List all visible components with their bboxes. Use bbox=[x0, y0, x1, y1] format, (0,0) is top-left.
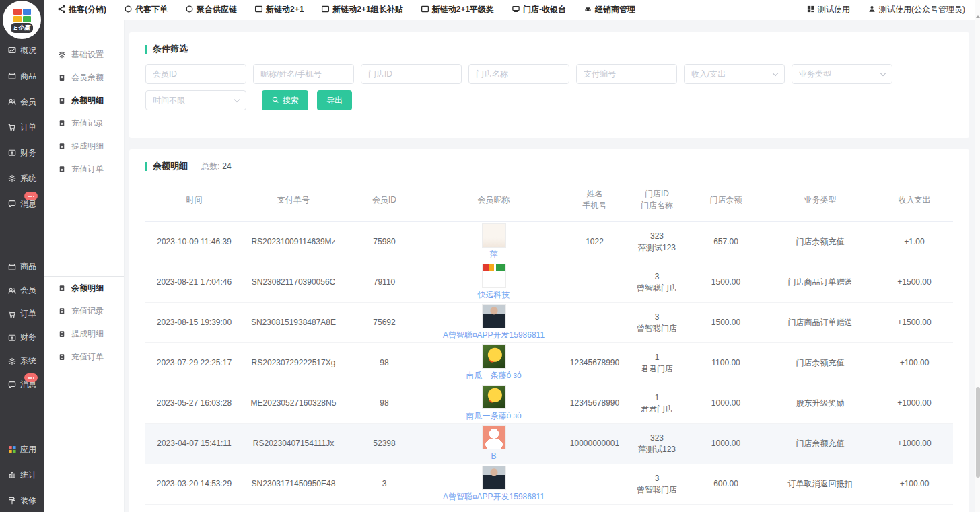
cell-phone: 1022 bbox=[563, 222, 627, 262]
total-label: 总数: bbox=[201, 161, 219, 171]
member-avatar[interactable] bbox=[482, 344, 506, 369]
filter-input-nickname-name-phone[interactable] bbox=[253, 64, 354, 84]
cell-phone: 12345678990 bbox=[563, 383, 627, 424]
cell-phone: 10000000001 bbox=[563, 424, 627, 464]
sidebar-item-member[interactable]: 会员 bbox=[0, 279, 44, 302]
filter-select-biz-type[interactable]: 业务类型 bbox=[792, 64, 893, 84]
chevron-down-icon bbox=[234, 96, 240, 102]
topnav-label: 代客下单 bbox=[135, 4, 168, 15]
sidebar-item-goods[interactable]: 商品 bbox=[0, 63, 44, 89]
submenu-item-balance-detail[interactable]: 余额明细 bbox=[44, 277, 124, 299]
cell-biz-type: 订单取消返回抵扣 bbox=[765, 464, 876, 505]
cell-biz-type: 门店商品订单赠送 bbox=[765, 262, 876, 303]
member-avatar[interactable] bbox=[482, 466, 506, 490]
cell-phone bbox=[563, 303, 627, 343]
topbar-nav: 推客(分销)代客下单聚合供应链新链动2+1新链动2+1组长补贴新链动2+1平级奖… bbox=[44, 4, 635, 15]
member-nickname-link[interactable]: 快远科技 bbox=[478, 289, 510, 301]
column-header-4: 姓名手机号 bbox=[563, 180, 627, 222]
sidebar-item-order[interactable]: 订单 bbox=[0, 114, 44, 140]
member-nickname-link[interactable]: 南瓜一条藤ό зό bbox=[466, 370, 521, 381]
topnav-item-agent-order[interactable]: 代客下单 bbox=[124, 4, 168, 15]
cell-amount: +1500.00 bbox=[876, 262, 953, 303]
filter-input-member-id[interactable] bbox=[145, 64, 246, 84]
cell-member-id: 98 bbox=[344, 343, 425, 383]
topnav-label: 推客(分销) bbox=[69, 4, 106, 15]
topnav-item-chain-2plus1[interactable]: 新链动2+1 bbox=[254, 4, 304, 15]
member-nickname-link[interactable]: 南瓜一条藤ό зό bbox=[466, 410, 521, 422]
member-nickname-link[interactable]: B bbox=[491, 451, 496, 462]
cell-member-id: 75980 bbox=[344, 222, 425, 262]
submenu-item-commission-detail[interactable]: 提成明细 bbox=[44, 322, 124, 345]
sidebar-item-apps[interactable]: 应用 bbox=[0, 437, 44, 462]
cell-amount bbox=[876, 505, 953, 512]
member-nickname-link[interactable]: 萍 bbox=[490, 249, 498, 260]
member-nickname-link[interactable]: A曾智聪¤APP开发15986811 bbox=[443, 491, 545, 503]
topbar-test-use[interactable]: 测试使用 bbox=[806, 4, 850, 15]
scroll-up-icon[interactable] bbox=[976, 15, 980, 18]
cell-time: 2023-07-29 22:25:17 bbox=[145, 343, 243, 383]
table-section-title: 余额明细 总数:24 bbox=[129, 149, 969, 172]
cell-time: 2023-05-27 16:03:28 bbox=[145, 383, 243, 424]
submenu-item-member-balance[interactable]: 会员余额 bbox=[44, 66, 124, 89]
filter-input-store-name[interactable] bbox=[468, 64, 569, 84]
member-avatar[interactable] bbox=[482, 223, 506, 248]
goods-icon bbox=[7, 71, 17, 81]
topnav-item-chain-2plus1-leader-subsidy[interactable]: 新链动2+1组长补贴 bbox=[321, 4, 403, 15]
member-nickname-link[interactable]: A曾智聪¤APP开发15986811 bbox=[443, 330, 545, 341]
filter-select-time-range[interactable]: 时间不限 bbox=[145, 90, 246, 110]
store-name: 曾智聪门店 bbox=[637, 324, 677, 333]
submenu-item-recharge-record[interactable]: 充值记录 bbox=[44, 112, 124, 135]
cell-balance: 1500.00 bbox=[687, 262, 765, 303]
store-name: 萍测试123 bbox=[638, 243, 676, 252]
app-logo[interactable]: E企赢 bbox=[3, 1, 41, 39]
circle-icon bbox=[185, 5, 194, 15]
sidebar-item-message[interactable]: 消息 bbox=[0, 191, 44, 217]
topnav-item-supply-chain[interactable]: 聚合供应链 bbox=[185, 4, 237, 15]
submenu-item-basic-settings[interactable]: 基础设置 bbox=[44, 43, 124, 66]
submenu-item-recharge-record[interactable]: 充值记录 bbox=[44, 299, 124, 322]
member-avatar[interactable] bbox=[482, 425, 506, 449]
filter-input-store-id[interactable] bbox=[361, 64, 462, 84]
submenu-label: 提成明细 bbox=[71, 141, 104, 152]
submenu-item-recharge-order[interactable]: 充值订单 bbox=[44, 345, 124, 368]
cell-member-id: 98 bbox=[344, 383, 425, 424]
sidebar-item-message[interactable]: 消息 bbox=[0, 373, 44, 396]
export-button[interactable]: 导出 bbox=[317, 90, 352, 110]
sidebar-item-overview[interactable]: 概况 bbox=[0, 38, 44, 63]
topnav-item-store-cashier[interactable]: 门店-收银台 bbox=[512, 4, 566, 15]
search-button[interactable]: 搜索 bbox=[262, 90, 308, 110]
table-row: 2023-08-15 19:39:00SN2308151938487A8E756… bbox=[145, 303, 953, 343]
scrollbar-thumb[interactable] bbox=[976, 387, 980, 478]
cell-amount: +1.00 bbox=[876, 222, 953, 262]
sidebar-item-finance[interactable]: 财务 bbox=[0, 140, 44, 166]
member-avatar[interactable] bbox=[482, 264, 506, 288]
page-scrollbar[interactable] bbox=[975, 0, 980, 512]
sidebar-item-finance[interactable]: 财务 bbox=[0, 326, 44, 349]
filter-select-income-expense[interactable]: 收入/支出 bbox=[684, 64, 785, 84]
submenu-item-balance-detail[interactable]: 余额明细 bbox=[44, 89, 124, 112]
member-avatar[interactable] bbox=[482, 304, 506, 328]
sidebar-item-member[interactable]: 会员 bbox=[0, 89, 44, 114]
sidebar-item-stats[interactable]: 统计 bbox=[0, 462, 44, 488]
sidebar-item-system[interactable]: 系统 bbox=[0, 349, 44, 373]
topnav-item-chain-2plus1-peer-reward[interactable]: 新链动2+1平级奖 bbox=[421, 4, 494, 15]
filter-input-pay-no[interactable] bbox=[576, 64, 677, 84]
submenu-item-recharge-order[interactable]: 充值订单 bbox=[44, 157, 124, 180]
cell-store: 3曾智聪门店 bbox=[627, 262, 687, 303]
submenu-label: 充值记录 bbox=[71, 305, 104, 317]
sidebar-label: 会员 bbox=[20, 96, 36, 108]
sidebar-item-goods[interactable]: 商品 bbox=[0, 255, 44, 279]
sidebar-item-order[interactable]: 订单 bbox=[0, 302, 44, 326]
sidebar-item-decoration[interactable]: 装修 bbox=[0, 488, 44, 512]
sidebar-item-system[interactable]: 系统 bbox=[0, 166, 44, 191]
logo-icon bbox=[13, 9, 31, 22]
member-avatar[interactable] bbox=[482, 385, 506, 409]
topbar-account[interactable]: 测试使用(公众号管理员) bbox=[868, 4, 965, 15]
table-row: 2023-10-09 11:46:39RS20231009114639Mz759… bbox=[145, 222, 953, 262]
store-name: 曾智聪门店 bbox=[637, 485, 677, 495]
topnav-item-dealer-management[interactable]: 经销商管理 bbox=[584, 4, 635, 15]
pos-icon bbox=[512, 5, 520, 15]
submenu-item-commission-detail[interactable]: 提成明细 bbox=[44, 135, 124, 157]
topnav-item-promoter-distribution[interactable]: 推客(分销) bbox=[57, 4, 106, 15]
cell-balance: 1100.00 bbox=[687, 343, 765, 383]
